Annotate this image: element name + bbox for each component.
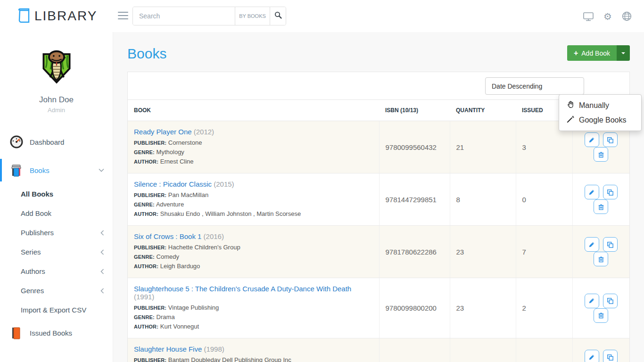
sidebar-item-label: Add Book <box>21 209 51 217</box>
sidebar-item-label: Import & Export CSV <box>21 306 86 314</box>
add-book-caret-button[interactable] <box>617 45 630 61</box>
book-title-link[interactable]: Slaughterhouse 5 : The Children's Crusad… <box>134 285 351 293</box>
actions-cell <box>572 173 629 226</box>
edit-button[interactable] <box>585 294 599 308</box>
books-card: Date Descending BOOK ISBN (10/13) QUANTI… <box>127 72 630 362</box>
delete-button[interactable] <box>594 308 608 323</box>
isbn-cell: 9781780622286 <box>379 226 450 278</box>
chevron-left-icon <box>100 230 104 236</box>
sidebar-item-import-export-csv[interactable]: Import & Export CSV <box>0 300 113 320</box>
monitor-icon[interactable] <box>583 12 594 21</box>
author-label: AUTHOR: <box>134 324 158 329</box>
topbar: LIBRARY BY BOOKS ⚙ <box>0 0 644 32</box>
isbn-cell: 9780099560432 <box>379 121 450 173</box>
delete-button[interactable] <box>594 199 608 214</box>
publisher-value: Pan MacMillan <box>168 191 208 198</box>
chevron-left-icon <box>100 288 104 294</box>
copy-button[interactable] <box>603 294 618 308</box>
menu-item-manually[interactable]: Manually <box>559 98 641 113</box>
add-book-dropdown-menu: Manually Google Books <box>559 94 642 131</box>
table-header-row: BOOK ISBN (10/13) QUANTITY ISSUED ACTION… <box>128 100 629 121</box>
menu-item-google-books[interactable]: Google Books <box>559 113 641 127</box>
sidebar-item-books[interactable]: Books <box>0 156 113 184</box>
publisher-label: PUBLISHER: <box>134 192 166 198</box>
genre-label: GENRE: <box>134 254 155 260</box>
caret-down-icon <box>621 52 625 54</box>
copy-button[interactable] <box>603 350 618 362</box>
hamburger-icon[interactable] <box>118 12 128 22</box>
sort-select[interactable]: Date Descending <box>485 77 584 95</box>
copy-button[interactable] <box>603 185 618 199</box>
genre-value: Mythology <box>157 148 184 156</box>
sidebar-item-label: Publishers <box>21 229 54 237</box>
table-row: Silence : Picador Classic (2015) PUBLISH… <box>128 173 629 226</box>
sidebar-item-label: Genres <box>21 287 44 295</box>
book-title-link[interactable]: Six of Crows : Book 1 <box>134 232 201 240</box>
book-title-link[interactable]: Silence : Picador Classic <box>134 180 212 188</box>
sidebar-item-genres[interactable]: Genres <box>0 281 113 300</box>
sidebar-item-all-books[interactable]: All Books <box>0 184 113 204</box>
edit-button[interactable] <box>585 237 599 252</box>
book-cell: Ready Player One (2012) PUBLISHER: Corne… <box>128 121 379 173</box>
delete-button[interactable] <box>594 252 608 266</box>
sidebar-item-dashboard[interactable]: Dashboard <box>0 128 113 156</box>
quantity-cell: 8 <box>450 173 516 226</box>
book-year: (2016) <box>204 232 224 240</box>
quantity-cell: 4 <box>450 338 516 362</box>
books-stack-icon <box>9 163 24 177</box>
delete-button[interactable] <box>594 147 608 162</box>
author-value: Leigh Bardugo <box>160 263 200 270</box>
author-label: AUTHOR: <box>134 263 158 269</box>
brand-logo[interactable]: LIBRARY <box>17 7 97 25</box>
publisher-value: Hachette Children's Group <box>168 244 240 251</box>
publisher-value: Bantam Doubleday Dell Publishing Group I… <box>168 356 291 362</box>
sidebar-item-series[interactable]: Series <box>0 242 113 262</box>
search-icon <box>274 11 282 21</box>
gauge-icon <box>9 135 24 149</box>
table-row: Ready Player One (2012) PUBLISHER: Corne… <box>128 121 629 173</box>
search-scope-selector[interactable]: BY BOOKS <box>235 7 270 25</box>
genre-value: Drama <box>157 313 175 321</box>
author-value: Ernest Cline <box>160 158 194 165</box>
user-role: Admin <box>0 107 113 114</box>
add-book-label: Add Book <box>581 49 610 57</box>
book-title-link[interactable]: Slaughter House Five <box>134 345 202 353</box>
author-value: Shusaku Endo , William Johnston , Martin… <box>160 210 301 217</box>
chevron-left-icon <box>100 249 104 255</box>
sidebar-item-label: Dashboard <box>30 138 64 146</box>
add-book-button[interactable]: + Add Book <box>567 45 617 61</box>
edit-button[interactable] <box>585 185 599 199</box>
orange-book-icon <box>9 326 24 340</box>
table-row: Six of Crows : Book 1 (2016) PUBLISHER: … <box>128 226 629 278</box>
isbn-cell: 9780440180296 <box>379 338 450 362</box>
edit-button[interactable] <box>585 132 599 147</box>
wand-icon <box>567 115 575 125</box>
sort-bar: Date Descending <box>128 72 629 100</box>
sidebar-item-add-book[interactable]: Add Book <box>0 204 113 223</box>
copy-button[interactable] <box>603 132 618 147</box>
author-value: Kurt Vonnegut <box>160 323 199 330</box>
publisher-label: PUBLISHER: <box>134 140 166 146</box>
books-table: BOOK ISBN (10/13) QUANTITY ISSUED ACTION… <box>128 100 629 362</box>
copy-button[interactable] <box>603 237 618 252</box>
globe-icon[interactable] <box>622 11 632 21</box>
book-year: (1998) <box>204 345 224 353</box>
actions-cell <box>572 278 629 338</box>
user-name: John Doe <box>0 95 113 105</box>
sidebar-item-authors[interactable]: Authors <box>0 262 113 281</box>
sidebar-item-label: Authors <box>21 267 45 275</box>
issued-cell: 2 <box>516 278 572 338</box>
sidebar-item-issued-books[interactable]: Issued Books <box>0 320 113 346</box>
search-input[interactable] <box>133 7 235 25</box>
search-button[interactable] <box>270 7 286 25</box>
book-title-link[interactable]: Ready Player One <box>134 128 192 136</box>
sidebar-item-label: Issued Books <box>30 329 72 337</box>
edit-button[interactable] <box>585 350 599 362</box>
sidebar-item-label: Series <box>21 248 41 256</box>
menu-item-label: Manually <box>579 101 609 110</box>
sidebar-item-publishers[interactable]: Publishers <box>0 223 113 242</box>
sidebar-item-label: Books <box>30 166 50 174</box>
profile: John Doe Admin <box>0 32 113 114</box>
plus-icon: + <box>574 50 578 57</box>
gear-icon[interactable]: ⚙ <box>603 12 612 21</box>
